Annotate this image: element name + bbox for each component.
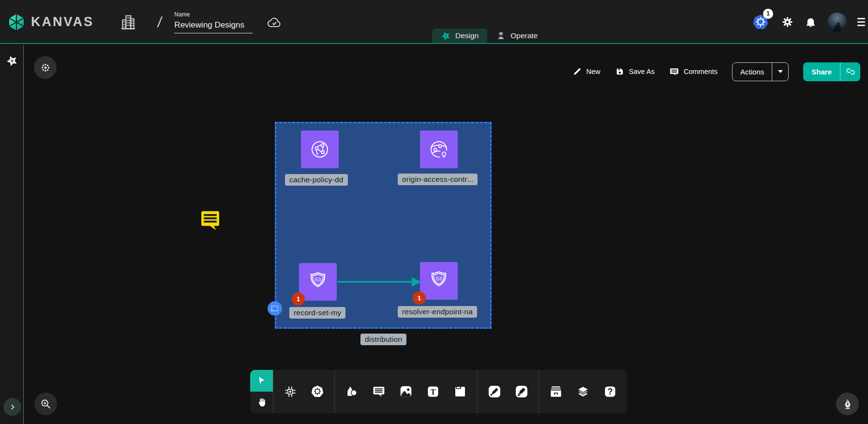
snowflake-button[interactable] <box>34 56 57 79</box>
snowflake-icon <box>40 62 51 73</box>
node-cache-policy[interactable] <box>301 131 339 168</box>
pencil-scribble-icon <box>514 384 529 399</box>
drawer-tool[interactable] <box>544 375 568 409</box>
comment-tool[interactable] <box>367 375 391 409</box>
tools-toolbar: T <box>250 370 627 413</box>
edge-arrow[interactable] <box>337 275 423 289</box>
cloudfront-globe-icon <box>308 138 331 161</box>
layers-tool[interactable] <box>571 375 595 409</box>
node-badge[interactable]: 1 <box>413 292 426 305</box>
save-as-button[interactable]: Save As <box>615 67 655 76</box>
shapes-tool[interactable] <box>340 375 364 409</box>
pen-nib-button[interactable] <box>836 393 859 415</box>
svg-text:?: ? <box>608 387 613 396</box>
cursor-tool[interactable] <box>250 370 273 392</box>
image-icon <box>399 384 413 399</box>
node-label[interactable]: resolver-endpoint-na <box>398 306 477 318</box>
operate-person-icon <box>496 31 506 41</box>
node-record-set[interactable]: 53 <box>299 263 337 301</box>
actions-button[interactable]: Actions <box>732 62 789 81</box>
copy-link-button[interactable] <box>840 62 860 81</box>
kanvas-hexagon-icon <box>7 13 26 32</box>
bell-icon[interactable] <box>805 16 817 28</box>
note-icon <box>453 384 467 399</box>
design-name-input[interactable] <box>174 19 253 33</box>
chevron-right-icon <box>8 403 17 411</box>
node-resolver-endpoint[interactable]: 53 <box>420 262 458 300</box>
design-swirl-icon <box>441 31 451 41</box>
kanvas-logo[interactable]: KANVAS <box>7 13 94 32</box>
hand-icon <box>256 397 267 408</box>
layers-icon <box>575 384 591 399</box>
menu-icon[interactable] <box>857 18 865 26</box>
zoom-in-icon <box>40 398 52 410</box>
cloud-check-icon <box>265 14 284 30</box>
text-icon: T <box>426 384 440 399</box>
actions-label: Actions <box>733 63 772 81</box>
selection-handle[interactable] <box>268 301 282 316</box>
tab-design[interactable]: Design <box>432 29 487 43</box>
left-sidebar <box>0 45 24 424</box>
tab-operate-label: Operate <box>510 31 538 40</box>
meshery-swirl-icon[interactable] <box>6 55 18 67</box>
gear-icon[interactable] <box>781 15 794 29</box>
kanvas-app: KANVAS / Name <box>0 0 868 424</box>
note-tool[interactable] <box>448 375 472 409</box>
share-button[interactable]: Share <box>803 62 860 81</box>
pencil-icon <box>572 67 582 76</box>
sketch-tool[interactable] <box>509 375 534 409</box>
svg-text:53: 53 <box>315 277 321 282</box>
breadcrumb-separator: / <box>157 14 163 30</box>
pen-arrow-icon <box>487 384 502 399</box>
brand-name: KANVAS <box>31 15 94 29</box>
svg-text:53: 53 <box>436 276 442 281</box>
pen-arrow-tool[interactable] <box>482 375 507 409</box>
kubernetes-badge: 1 <box>763 9 773 19</box>
infrastructure-tool[interactable] <box>278 375 302 409</box>
comments-button[interactable]: Comments <box>669 67 718 77</box>
comment-marker-icon[interactable] <box>200 209 221 232</box>
sidebar-expand-button[interactable] <box>3 398 21 416</box>
kubernetes-tool[interactable] <box>305 375 329 409</box>
help-tool[interactable]: ? <box>598 375 622 409</box>
comments-icon <box>669 67 679 77</box>
chip-icon <box>283 384 298 399</box>
cursor-icon <box>256 375 267 386</box>
avatar-silhouette <box>827 13 847 32</box>
node-label[interactable]: origin-access-contr... <box>398 174 478 185</box>
new-label: New <box>586 68 600 75</box>
text-tool[interactable]: T <box>421 375 445 409</box>
svg-text:T: T <box>430 387 435 396</box>
building-icon[interactable] <box>119 13 137 31</box>
image-tool[interactable] <box>394 375 418 409</box>
route53-shield-icon: 53 <box>306 270 329 293</box>
name-field-label: Name <box>174 11 253 18</box>
new-button[interactable]: New <box>572 67 600 76</box>
kubernetes-status[interactable]: 1 <box>751 13 770 32</box>
select-area-icon <box>270 305 279 312</box>
comments-label: Comments <box>684 68 718 75</box>
drawer-icon <box>548 384 564 399</box>
tab-design-label: Design <box>455 31 479 40</box>
group-label[interactable]: distribution <box>360 334 406 345</box>
zoom-in-button[interactable] <box>34 393 57 415</box>
save-icon <box>615 67 625 76</box>
hand-tool[interactable] <box>250 392 273 413</box>
comment-bubble-icon <box>372 384 386 399</box>
node-label[interactable]: record-set-my <box>289 307 345 319</box>
route53-shield-icon: 53 <box>427 269 450 292</box>
avatar[interactable] <box>827 13 847 32</box>
node-label[interactable]: cache-policy-dd <box>285 174 348 186</box>
kubernetes-wheel-icon <box>310 384 325 399</box>
shapes-icon <box>344 384 359 399</box>
question-icon: ? <box>603 384 617 399</box>
design-toolbar: New Save As Comments Actions <box>572 62 860 81</box>
tab-operate[interactable]: Operate <box>487 29 546 43</box>
node-origin-access[interactable] <box>420 131 458 168</box>
node-badge[interactable]: 1 <box>292 292 305 306</box>
mode-tabs: Design Operate <box>432 29 546 43</box>
actions-caret[interactable] <box>772 63 788 81</box>
design-name-field: Name <box>174 11 253 33</box>
origin-access-globe-icon <box>427 138 450 161</box>
caret-down-icon <box>778 70 783 73</box>
